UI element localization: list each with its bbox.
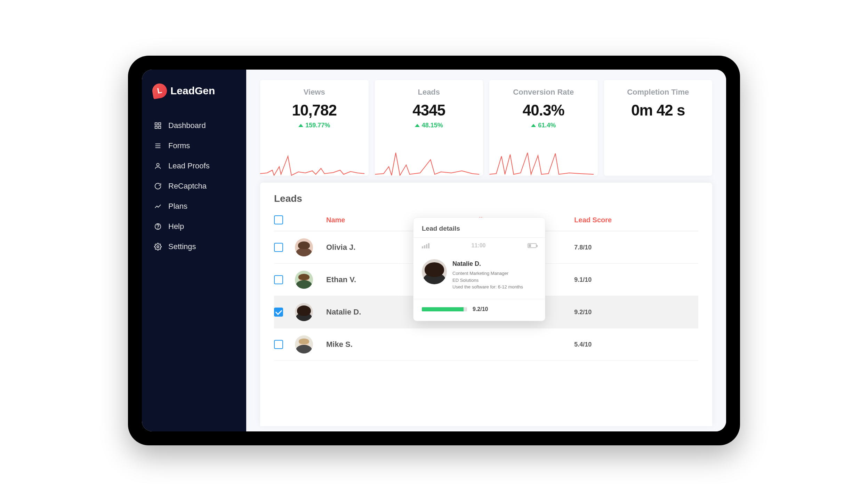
stat-change-value: 48.15%: [422, 122, 443, 129]
sparkline-icon: [375, 146, 479, 176]
lead-score: 5.4/10: [574, 341, 698, 348]
lead-score: 9.2/10: [574, 309, 698, 316]
stat-value: 4345: [383, 102, 475, 119]
sparkline-icon: [260, 146, 364, 176]
lead-details-info: Natalie D. Content Marketing Manager ED …: [452, 259, 523, 291]
select-all-checkbox[interactable]: [274, 215, 283, 224]
stat-change-value: 159.77%: [305, 122, 330, 129]
signal-icon: [422, 243, 429, 248]
row-checkbox[interactable]: [274, 243, 283, 252]
help-icon: [154, 223, 162, 230]
user-icon: [154, 162, 162, 170]
svg-point-7: [156, 164, 159, 166]
svg-point-9: [158, 228, 158, 228]
lead-details-name: Natalie D.: [452, 259, 523, 269]
arrow-up-icon: [298, 124, 303, 127]
stats-row: Views 10,782 159.77% Leads 4345 48.15% C…: [260, 80, 712, 176]
svg-rect-3: [159, 126, 161, 128]
stat-change: 159.77%: [268, 122, 360, 129]
sidebar-item-lead-proofs[interactable]: Lead Proofs: [142, 156, 246, 176]
sidebar-item-forms[interactable]: Forms: [142, 136, 246, 156]
gear-icon: [154, 243, 162, 250]
leads-panel: Leads Name Email Lead Score Olivia J. 7.…: [260, 183, 712, 426]
dashboard-icon: [154, 122, 162, 129]
lead-details-card: Lead details 11:00 Natalie D.: [413, 217, 545, 321]
app-screen: L LeadGen Dashboard Forms: [142, 70, 726, 431]
svg-rect-1: [159, 123, 161, 125]
row-checkbox[interactable]: [274, 275, 283, 284]
avatar: [295, 303, 313, 321]
sparkline-icon: [489, 146, 594, 176]
stat-change-value: 61.4%: [538, 122, 556, 129]
lead-details-person: Natalie D. Content Marketing Manager ED …: [413, 254, 545, 299]
avatar: [295, 238, 313, 256]
tablet-frame: L LeadGen Dashboard Forms: [128, 56, 740, 445]
lead-name: Mike S.: [326, 340, 450, 349]
stat-title: Views: [268, 88, 360, 97]
leads-title: Leads: [274, 193, 698, 204]
chart-line-icon: [154, 202, 162, 210]
sidebar-item-label: Plans: [168, 202, 187, 211]
brand-name: LeadGen: [170, 85, 215, 97]
stat-card-leads[interactable]: Leads 4345 48.15%: [375, 80, 483, 176]
svg-rect-2: [155, 126, 157, 128]
list-icon: [154, 142, 162, 150]
sidebar-item-plans[interactable]: Plans: [142, 196, 246, 216]
refresh-icon: [154, 182, 162, 190]
brand-logo[interactable]: L LeadGen: [142, 84, 246, 116]
stat-change: 61.4%: [498, 122, 589, 129]
main-content: Views 10,782 159.77% Leads 4345 48.15% C…: [246, 70, 726, 431]
arrow-up-icon: [531, 124, 536, 127]
column-score[interactable]: Lead Score: [574, 216, 698, 224]
stat-card-completion[interactable]: Completion Time 0m 42 s: [604, 80, 713, 176]
table-row[interactable]: Mike S. 5.4/10: [274, 328, 698, 361]
progress-bar: [422, 307, 467, 311]
battery-icon: [528, 243, 537, 248]
sidebar-item-label: Lead Proofs: [168, 161, 210, 170]
row-checkbox[interactable]: [274, 340, 283, 349]
stat-title: Completion Time: [612, 88, 704, 97]
stat-title: Conversion Rate: [498, 88, 589, 97]
avatar: [422, 259, 447, 284]
lead-details-role: Content Marketing Manager: [452, 270, 523, 277]
lead-score: 9.1/10: [574, 276, 698, 284]
lead-score: 7.8/10: [574, 244, 698, 251]
sidebar-item-label: Dashboard: [168, 121, 206, 130]
lead-details-usage: Used the software for: 6-12 months: [452, 284, 523, 291]
svg-point-10: [157, 246, 159, 248]
sidebar-item-help[interactable]: Help: [142, 216, 246, 237]
sidebar-item-label: Help: [168, 222, 184, 231]
logo-mark-icon: L: [151, 82, 168, 100]
stat-value: 40.3%: [498, 102, 589, 119]
sidebar-item-label: Forms: [168, 141, 190, 150]
stat-card-views[interactable]: Views 10,782 159.77%: [260, 80, 369, 176]
sidebar-item-label: Settings: [168, 242, 196, 251]
sidebar: L LeadGen Dashboard Forms: [142, 70, 246, 431]
sidebar-nav: Dashboard Forms Lead Proofs: [142, 116, 246, 257]
sidebar-item-settings[interactable]: Settings: [142, 237, 246, 257]
avatar: [295, 335, 313, 353]
lead-details-title: Lead details: [413, 218, 545, 238]
lead-details-company: ED Solutions: [452, 277, 523, 284]
sidebar-item-dashboard[interactable]: Dashboard: [142, 116, 246, 136]
status-time: 11:00: [472, 242, 486, 249]
stat-change: 48.15%: [383, 122, 475, 129]
lead-details-score-row: 9.2/10: [413, 299, 545, 321]
lead-details-statusbar: 11:00: [413, 238, 545, 254]
stat-value: 10,782: [268, 102, 360, 119]
stat-title: Leads: [383, 88, 475, 97]
row-checkbox[interactable]: [274, 308, 283, 317]
stat-value: 0m 42 s: [612, 102, 704, 119]
sidebar-item-recaptcha[interactable]: ReCaptcha: [142, 176, 246, 196]
progress-bar-fill: [422, 307, 464, 311]
svg-rect-0: [155, 123, 157, 125]
sidebar-item-label: ReCaptcha: [168, 182, 207, 191]
lead-details-score: 9.2/10: [473, 306, 488, 312]
avatar: [295, 271, 313, 289]
stat-card-conversion[interactable]: Conversion Rate 40.3% 61.4%: [489, 80, 598, 176]
arrow-up-icon: [415, 124, 420, 127]
